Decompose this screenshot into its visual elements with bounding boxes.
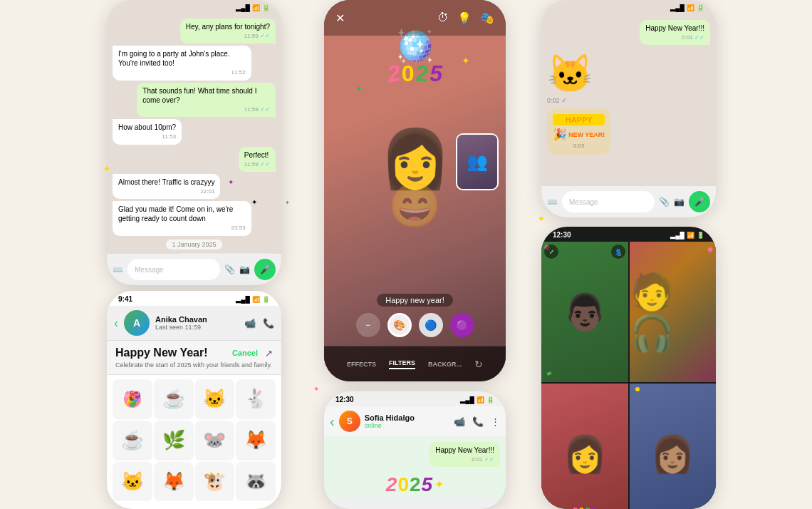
video-icon-sofia[interactable]: 📹: [454, 416, 465, 427]
year-2025-text: 2 0 2 5 ✦ ✦: [324, 61, 506, 87]
tab-filters[interactable]: FILTERS: [389, 359, 415, 369]
bg-sparkle-4: ✦: [313, 385, 319, 393]
keyboard-icon-right: ⌨️: [547, 197, 558, 207]
attachment-icon-right[interactable]: 📎: [659, 197, 670, 207]
phone-group-video: 12:30 ▂▄█ 📶 🔋 👨🏿 ⤢ 👤 🧑🎧 👩: [541, 227, 716, 509]
sticker-8[interactable]: 🦊: [236, 421, 276, 461]
share-icon[interactable]: ↗: [265, 348, 273, 359]
sticker-9[interactable]: 🐱: [113, 462, 152, 502]
add-person-btn[interactable]: 👤: [611, 245, 625, 259]
sticker-11[interactable]: 🐮: [195, 462, 235, 502]
phone-chat-main: ▂▄█ 📶 🔋 Hey, any plans for tonight? 11:5…: [107, 0, 281, 285]
battery-icon: 🔋: [262, 4, 270, 11]
filter-selector: − 🎨 🔵 🟣: [324, 313, 506, 337]
grid-cell-3: 👩 2 0 2 5 ↻: [541, 384, 628, 509]
back-button-sticker[interactable]: ‹: [114, 316, 118, 331]
input-placeholder-right: Message: [569, 198, 598, 206]
battery-5: 🔋: [697, 4, 704, 11]
status-icons-1: ▂▄█ 📶 🔋: [236, 4, 270, 11]
back-btn-bottom[interactable]: ‹: [330, 413, 335, 430]
filter-btn-3[interactable]: 🟣: [450, 313, 474, 337]
sticker-6[interactable]: 🌿: [154, 421, 194, 461]
bubble-received-1: I'm going to a party at John's place. Yo…: [113, 46, 251, 80]
wifi-2: 📶: [252, 296, 260, 303]
mic-button-right[interactable]: 🎤: [689, 191, 710, 212]
bubble-received-2: How about 10pm? 11:53: [113, 119, 182, 144]
sticker-3[interactable]: 🐱: [195, 379, 235, 419]
signal-5: ▂▄█: [670, 4, 685, 11]
mic-button-1[interactable]: 🎤: [254, 259, 276, 280]
tab-effects[interactable]: EFFECTS: [347, 361, 376, 368]
hny-right-bubble: Happy New Year!!! 0:01 ✓✓: [640, 20, 710, 45]
wifi-6: 📶: [687, 232, 694, 239]
input-placeholder-1: Message: [135, 266, 164, 274]
minus-btn[interactable]: −: [356, 313, 380, 337]
status-bar-5: ▂▄█ 📶 🔋: [541, 0, 716, 14]
sofia-header-icons: 📹 📞 ⋮: [454, 416, 500, 427]
tab-background[interactable]: BACKGR...: [428, 361, 462, 368]
wifi-5: 📶: [687, 4, 694, 11]
timer-icon: ⏱: [437, 11, 449, 25]
wifi-icon: 📶: [252, 4, 260, 11]
header-icons-sticker: 📹 📞: [244, 318, 274, 329]
status-bar-6: 12:30 ▂▄█ 📶 🔋: [541, 227, 716, 242]
flash-icon[interactable]: 💡: [457, 11, 472, 25]
attachment-icon-1[interactable]: 📎: [224, 264, 235, 274]
svg-text:🎉: 🎉: [125, 390, 141, 406]
group-video-grid: 👨🏿 ⤢ 👤 🧑🎧 👩 2 0 2 5 ↻: [541, 242, 716, 509]
message-input-bar-1[interactable]: ⌨️ Message 📎 📷 🎤: [107, 254, 281, 285]
status-bar-2: 9:41 ▂▄█ 📶 🔋: [107, 291, 281, 306]
bubble-sent-2: That sounds fun! What time should I come…: [137, 83, 276, 117]
phone-chat-right: ▂▄█ 📶 🔋 Happy New Year!!! 0:01 ✓✓ 🐱 0:02…: [541, 0, 716, 217]
contact-sofia: Sofia Hidalgo online: [365, 413, 449, 429]
time-6: 12:30: [553, 231, 571, 239]
signal-2: ▂▄█: [236, 296, 250, 303]
sticker-1[interactable]: 🎉: [113, 379, 152, 419]
signal-icon: ▂▄█: [236, 4, 250, 11]
bubble-sent-perfect: Perfect! 11:59 ✓✓: [239, 147, 276, 172]
sticker-btn-video[interactable]: 🎭: [480, 11, 494, 25]
active-filter-btn[interactable]: 🎨: [387, 313, 412, 337]
phone-icon-sofia[interactable]: 📞: [472, 416, 484, 427]
message-input-bar-right[interactable]: ⌨️ Message 📎 📷 🎤: [541, 186, 716, 217]
refresh-icon[interactable]: ↻: [474, 359, 483, 370]
camera-icon-1[interactable]: 📷: [239, 264, 250, 274]
video-icon-sticker[interactable]: 📹: [244, 318, 256, 329]
sticker-2[interactable]: ☕: [154, 379, 194, 419]
year-overlay-cell: 2 0 2 5: [573, 505, 597, 509]
cat-sticker-time: 0:02 ✓: [547, 97, 567, 104]
more-icon-sofia[interactable]: ⋮: [491, 416, 500, 427]
phone-chat-bottom: 12:30 ▂▄█ 📶 🔋 ‹ S Sofia Hidalgo online 📹…: [324, 391, 506, 509]
sofia-status: online: [365, 422, 449, 429]
message-input-1[interactable]: Message: [127, 259, 220, 280]
chat-header-sticker: ‹ A Anika Chavan Last seen 11:59 📹 📞: [107, 306, 281, 341]
contact-status-sticker: Last seen 11:59: [155, 324, 239, 331]
sticker-10[interactable]: 🦊: [154, 462, 194, 502]
sticker-7[interactable]: 🐭: [195, 421, 235, 461]
signal-4: ▂▄█: [460, 396, 474, 403]
person-emoji: 👩: [380, 130, 451, 187]
phone-icon-sticker[interactable]: 📞: [263, 318, 274, 329]
filter-tabs: EFFECTS FILTERS BACKGR... ↻: [324, 346, 506, 381]
status-bar-4: 12:30 ▂▄█ 📶 🔋: [324, 391, 506, 406]
battery-2: 🔋: [262, 296, 270, 303]
sticker-desc: Celebrate the start of 2025 with your fr…: [115, 361, 273, 369]
sticker-4[interactable]: 🐇: [236, 379, 276, 419]
close-video-btn[interactable]: ✕: [335, 11, 345, 25]
phone-sticker: 9:41 ▂▄█ 📶 🔋 ‹ A Anika Chavan Last seen …: [107, 291, 281, 509]
grid-cell-2: 🧑🎧: [630, 242, 717, 382]
message-input-right[interactable]: Message: [562, 191, 655, 212]
sparkle-video-1: ✦: [462, 55, 470, 66]
camera-icon-right[interactable]: 📷: [674, 197, 685, 207]
self-thumbnail: 👥: [456, 133, 499, 190]
sticker-5[interactable]: ☕: [113, 421, 152, 461]
expand-btn-1[interactable]: ⤢: [544, 245, 558, 259]
sticker-12[interactable]: 🦝: [236, 462, 276, 502]
video-header: ✕ ⏱ 💡 🎭: [324, 0, 506, 36]
mic-icon-1: 🎤: [260, 264, 271, 274]
cancel-button[interactable]: Cancel: [232, 349, 258, 357]
bubble-sent-1: Hey, any plans for tonight? 11:59 ✓✓: [180, 19, 276, 43]
filter-btn-2[interactable]: 🔵: [419, 313, 443, 337]
status-bar-1: ▂▄█ 📶 🔋: [107, 0, 281, 14]
sofia-name: Sofia Hidalgo: [365, 413, 449, 422]
